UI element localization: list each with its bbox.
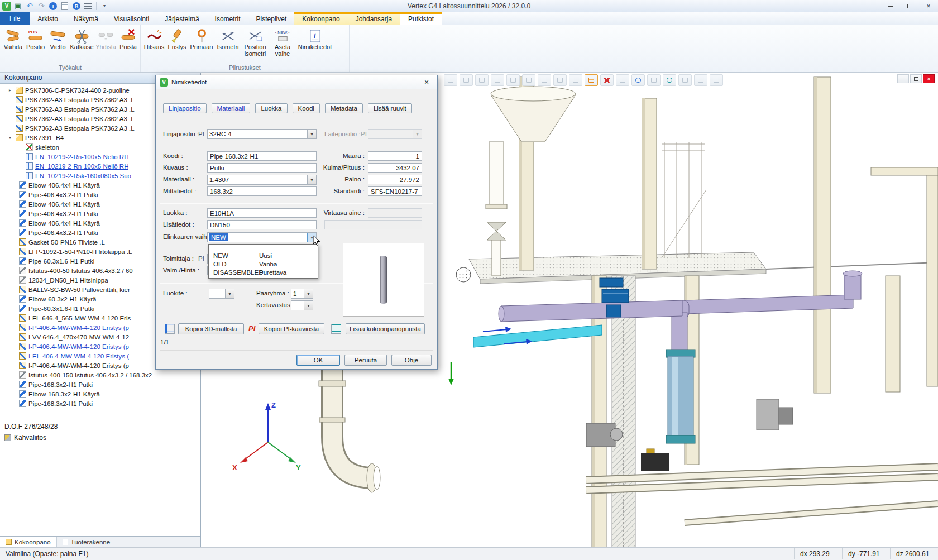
iso-view-icon[interactable] (522, 74, 535, 86)
panel-tab-kokoonpano[interactable]: Kokoonpano (0, 537, 57, 547)
tab-arkisto[interactable]: Arkisto (30, 12, 66, 25)
lifecycle-option[interactable]: OLD Vanha (209, 260, 318, 268)
help-button[interactable]: Ohje (391, 355, 432, 366)
viewport-minimize-button[interactable] (897, 74, 909, 83)
tree-item[interactable]: Pipe-168.3x2-H1 Putki (0, 380, 200, 389)
r-badge-icon[interactable]: R (73, 2, 80, 10)
kertavastus-combo[interactable] (291, 300, 313, 310)
cancel-button[interactable]: Peruuta (344, 355, 387, 366)
dialog-tab-materiaali[interactable]: Materiaali (212, 103, 251, 113)
elinkaaren-vaihe-combo[interactable]: NEW (207, 232, 317, 242)
paino-input[interactable]: 27.972 (368, 175, 422, 184)
dialog-tab-koodi[interactable]: Koodi (293, 103, 320, 113)
vaihda-button[interactable]: Vaihda (2, 27, 24, 51)
lifecycle-option[interactable]: DISASSEMBLED Purettava (209, 268, 318, 276)
front-view-icon[interactable] (506, 74, 520, 86)
chevron-down-icon[interactable] (307, 175, 316, 184)
luokka-input[interactable]: E10H1A (207, 208, 317, 218)
katkaise-button[interactable]: Katkaise (69, 27, 94, 51)
wireframe-icon[interactable] (553, 74, 567, 86)
tree-item[interactable]: Pipe-168.3x2-H1 Putki (0, 399, 200, 408)
pan-icon[interactable] (475, 74, 489, 86)
save-icon[interactable]: ▣ (13, 1, 23, 11)
fit-icon[interactable] (444, 74, 457, 86)
aseta-vaihe-button[interactable]: <NEW> Aseta vaihe (270, 27, 295, 57)
purple-pipes[interactable] (499, 271, 862, 354)
zoom-icon[interactable] (460, 74, 473, 86)
isometri-button[interactable]: Isometri (215, 27, 241, 51)
materiaali-combo[interactable]: 1.4307 (207, 175, 317, 185)
kulma-pituus-input[interactable]: 3432.07 (368, 163, 422, 173)
viewport-maximize-button[interactable] (910, 74, 922, 83)
layers-icon[interactable] (647, 74, 661, 86)
chevron-down-icon[interactable] (225, 289, 234, 298)
position-isometri-button[interactable]: Position isometri (241, 27, 269, 57)
close-button[interactable]: × (919, 0, 938, 12)
info-icon[interactable]: i (49, 2, 57, 10)
standardi-input[interactable]: SFS-EN10217-7 (368, 186, 422, 196)
section-icon[interactable] (569, 74, 582, 86)
panel-tab-tuoterakenne[interactable]: Tuoterakenne (57, 537, 117, 547)
snap-icon[interactable] (694, 74, 707, 86)
nimiketiedot-button[interactable]: i Nimiketiedot (296, 27, 334, 51)
tree-expander-icon[interactable]: ▸ (9, 88, 16, 93)
assembly-table-icon[interactable] (331, 324, 341, 334)
camera-icon[interactable] (710, 74, 723, 86)
eristys-button[interactable]: Eristys (166, 27, 188, 51)
chevron-down-icon[interactable] (304, 289, 313, 298)
viewport-close-button[interactable]: × (923, 74, 935, 83)
visibility-icon[interactable] (663, 74, 676, 86)
maara-input[interactable]: 1 (368, 151, 422, 161)
linjapositio-combo[interactable]: 32RC-4 (207, 129, 317, 139)
vertex-logo-icon[interactable]: V (2, 2, 11, 11)
axes-icon[interactable] (678, 74, 692, 86)
tab-visualisointi[interactable]: Visualisointi (106, 12, 157, 25)
primaari-button[interactable]: Primääri (189, 27, 214, 51)
shade-icon[interactable] (538, 74, 551, 86)
tree-expander-icon[interactable]: ▾ (9, 135, 16, 140)
chevron-down-icon[interactable] (304, 301, 313, 310)
hitsaus-button[interactable]: Hitsaus (143, 27, 165, 51)
positio-button[interactable]: POS Positio (25, 27, 46, 51)
catalog-book-icon[interactable] (165, 324, 175, 334)
dialog-close-icon[interactable]: × (420, 76, 433, 88)
delete-icon[interactable] (600, 74, 614, 86)
tree-item[interactable]: Istutus-400-150 Istutus 406.4x3.2 / 168.… (0, 370, 200, 380)
dialog-tab-lisaa-ruuvit[interactable]: Lisää ruuvit (368, 103, 412, 113)
dialog-tab-linjapositio[interactable]: Linjapositio (163, 103, 207, 113)
dialog-tab-metadata[interactable]: Metadata (325, 103, 363, 113)
luokite-combo[interactable] (209, 289, 234, 299)
tab-isometrit[interactable]: Isometrit (207, 12, 248, 25)
grid-icon[interactable] (585, 74, 598, 86)
dialog-titlebar[interactable]: V Nimiketiedot × (156, 75, 437, 89)
chevron-down-icon[interactable] (307, 130, 316, 138)
elbow-pipe[interactable] (319, 352, 380, 492)
tab-jarjestelma[interactable]: Järjestelmä (157, 12, 207, 25)
tab-file[interactable]: File (0, 12, 30, 25)
copy-from-pi-button[interactable]: Kopioi PI-kaaviosta (259, 323, 324, 334)
document-icon[interactable] (61, 2, 68, 10)
paaryhma-combo[interactable]: 1 (291, 289, 313, 299)
tab-pistepilvet[interactable]: Pistepilvet (248, 12, 295, 25)
ok-button[interactable]: OK (296, 355, 340, 366)
add-from-tree-button[interactable]: Lisää kokoonpanopuusta (346, 323, 425, 334)
poista-button[interactable]: Poista (117, 27, 139, 51)
maximize-button[interactable] (900, 0, 919, 12)
tab-nakyma[interactable]: Näkymä (66, 12, 106, 25)
redo-icon[interactable]: ↷ (36, 1, 46, 11)
tree-item[interactable]: Elbow-168.3x2-H1 Käyrä (0, 389, 200, 399)
tab-putkistot[interactable]: Putkistot (400, 12, 442, 25)
qat-dropdown-icon[interactable]: ▾ (99, 1, 109, 11)
koodi-input[interactable]: Pipe-168.3x2-H1 (207, 151, 317, 161)
lisatiedot-input[interactable]: DN150 (207, 220, 317, 229)
tab-kokoonpano[interactable]: Kokoonpano (294, 12, 347, 25)
dialog-tab-luokka[interactable]: Luokka (255, 103, 287, 113)
yhdista-button[interactable]: Yhdistä (95, 27, 117, 51)
tab-johdansarja[interactable]: Johdansarja (348, 12, 400, 25)
settings-sliders-icon[interactable] (84, 3, 92, 9)
minimize-button[interactable] (881, 0, 900, 12)
undo-icon[interactable]: ↶ (25, 1, 35, 11)
measure-icon[interactable] (616, 74, 629, 86)
mittatiedot-input[interactable]: 168.3x2 (207, 186, 317, 196)
vietto-button[interactable]: Vietto (47, 27, 69, 51)
